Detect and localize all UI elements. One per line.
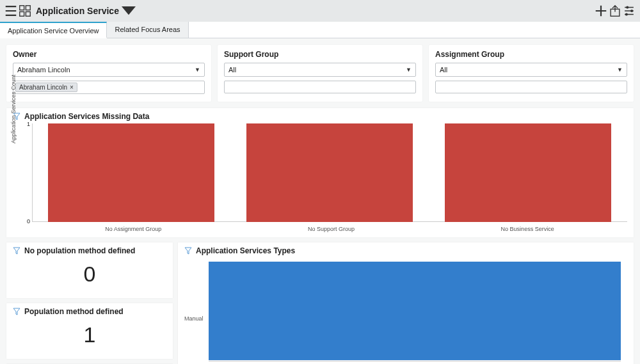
svg-rect-1 — [26, 6, 30, 10]
filter-icon[interactable] — [13, 308, 20, 315]
bar-manual[interactable] — [209, 262, 621, 360]
filter-icon[interactable] — [13, 247, 20, 255]
filter-support-group: Support Group All — [218, 45, 422, 102]
svg-point-5 — [626, 6, 628, 8]
types-chart[interactable]: Manual 0 1 Application Service Count — [184, 258, 627, 364]
tab-bar: Application Service Overview Related Foc… — [0, 22, 640, 38]
owner-chip[interactable]: Abraham Lincoln × — [15, 83, 77, 92]
tab-application-service-overview[interactable]: Application Service Overview — [0, 22, 107, 38]
widget-no-population: No population method defined 0 — [6, 242, 173, 298]
owner-chip-row: Abraham Lincoln × — [13, 81, 205, 94]
tab-related-focus-areas[interactable]: Related Focus Areas — [107, 22, 188, 38]
widget-types: Application Services Types Manual 0 1 Ap… — [178, 242, 634, 364]
settings-sliders-icon[interactable] — [622, 4, 636, 18]
assignment-group-value: All — [440, 66, 447, 74]
assignment-group-select[interactable]: All — [435, 63, 627, 77]
population-value[interactable]: 1 — [13, 319, 166, 354]
missing-chart-ylabel: Application Services Count — [10, 75, 17, 144]
missing-chart-tick-max: 1 — [27, 121, 30, 127]
types-cat-0: Manual — [184, 315, 204, 322]
filter-support-group-label: Support Group — [224, 50, 416, 59]
hamburger-icon[interactable] — [4, 4, 18, 18]
dashboard-grid-icon[interactable] — [18, 4, 32, 18]
missing-chart-tick-min: 0 — [27, 218, 30, 225]
bar-no-business-service[interactable] — [445, 123, 611, 222]
xlabel-0: No Assignment Group — [105, 226, 161, 232]
widget-missing-title: Application Services Missing Data — [24, 112, 149, 121]
svg-point-6 — [630, 10, 633, 12]
filter-assignment-group-label: Assignment Group — [435, 50, 627, 59]
xlabel-2: No Business Service — [501, 226, 554, 232]
xlabel-1: No Support Group — [308, 226, 355, 232]
filter-icon[interactable] — [184, 247, 192, 255]
widget-missing-data: Application Services Missing Data Applic… — [6, 108, 634, 237]
add-button[interactable] — [594, 4, 608, 18]
assignment-group-chip-row — [435, 81, 627, 93]
support-group-value: All — [228, 66, 236, 74]
svg-rect-3 — [26, 12, 30, 16]
missing-data-chart[interactable]: Application Services Count 1 0 No Assign… — [13, 123, 627, 232]
owner-select[interactable]: Abraham Lincoln — [13, 63, 205, 77]
owner-chip-remove-icon[interactable]: × — [70, 84, 74, 91]
filter-owner: Owner Abraham Lincoln Abraham Lincoln × — [6, 45, 211, 102]
svg-rect-2 — [20, 12, 24, 16]
population-title: Population method defined — [24, 307, 124, 316]
owner-select-value: Abraham Lincoln — [17, 66, 70, 74]
top-bar: Application Service — [0, 0, 640, 22]
owner-chip-label: Abraham Lincoln — [19, 84, 67, 91]
svg-point-7 — [625, 13, 628, 15]
page-title: Application Service — [36, 6, 119, 16]
support-group-select[interactable]: All — [224, 63, 416, 77]
svg-rect-0 — [20, 6, 24, 10]
filter-owner-label: Owner — [13, 50, 205, 59]
types-title: Application Services Types — [196, 246, 295, 255]
filter-assignment-group: Assignment Group All — [429, 45, 634, 102]
dashboard-body: Application Services Missing Data Applic… — [0, 108, 640, 364]
share-icon[interactable] — [608, 4, 622, 18]
support-group-chip-row — [224, 81, 416, 93]
stat-column: No population method defined 0 Populatio… — [6, 242, 173, 364]
no-population-value[interactable]: 0 — [13, 258, 166, 293]
title-dropdown-icon[interactable] — [122, 4, 136, 18]
bar-no-support-group[interactable] — [246, 123, 413, 222]
widget-population: Population method defined 1 — [6, 303, 173, 359]
bar-no-assignment-group[interactable] — [48, 123, 214, 222]
no-population-title: No population method defined — [24, 246, 135, 255]
filter-panel: Owner Abraham Lincoln Abraham Lincoln × … — [0, 38, 640, 108]
